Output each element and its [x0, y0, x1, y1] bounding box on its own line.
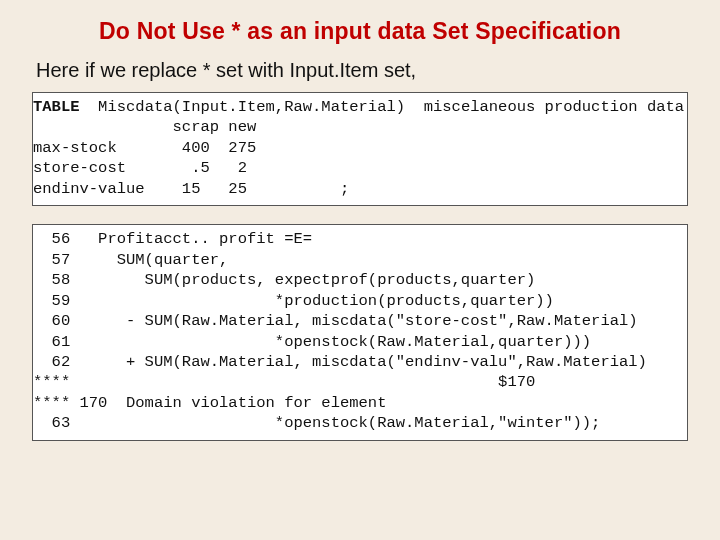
table-definition-code: TABLE Miscdata(Input.Item,Raw.Material) … [33, 93, 687, 205]
table-definition-panel: TABLE Miscdata(Input.Item,Raw.Material) … [32, 92, 688, 206]
page-title: Do Not Use * as an input data Set Specif… [28, 18, 692, 45]
gams-code-panel: 56 Profitacct.. profit =E= 57 SUM(quarte… [32, 224, 688, 441]
intro-text: Here if we replace * set with Input.Item… [36, 59, 692, 82]
gams-code: 56 Profitacct.. profit =E= 57 SUM(quarte… [33, 225, 687, 440]
